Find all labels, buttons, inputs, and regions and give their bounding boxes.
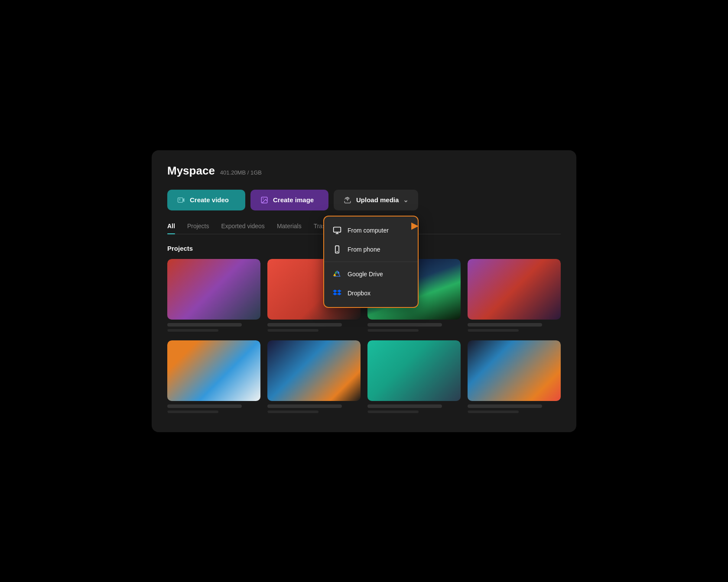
card-meta [468,320,561,333]
app-title: Myspace [167,164,215,178]
video-icon [177,196,185,204]
card-meta [267,401,361,415]
create-image-label: Create image [273,196,314,204]
dropdown-item-from-phone[interactable]: From phone [324,240,418,259]
image-icon [260,196,269,204]
dropdown-item-from-computer[interactable]: From computer [324,221,418,240]
project-thumbnail [468,259,561,320]
card-meta [267,320,361,333]
google-drive-label: Google Drive [348,271,383,278]
card-subtitle-bar [167,411,218,413]
dropbox-icon [333,289,341,297]
card-subtitle-bar [167,329,218,332]
chevron-down-icon: ⌄ [403,196,409,204]
computer-icon [333,226,341,235]
phone-icon [333,245,341,254]
project-thumbnail [367,340,461,401]
google-drive-icon [333,270,341,278]
card-meta [167,320,260,333]
create-video-button[interactable]: Create video [167,190,245,210]
project-card[interactable] [167,340,260,415]
header: Myspace 401.20MB / 1GB [167,164,561,178]
card-meta [367,401,461,415]
upload-dropdown: ▶ From computer [323,216,419,308]
card-meta [167,401,260,415]
card-meta [367,320,461,333]
svg-rect-8 [334,227,341,232]
card-title-bar [468,404,542,408]
dropdown-item-dropbox[interactable]: Dropbox [324,284,418,303]
card-subtitle-bar [367,329,419,332]
tab-exported-videos[interactable]: Exported videos [221,223,264,234]
card-subtitle-bar [468,411,519,413]
card-title-bar [267,323,342,327]
tab-materials[interactable]: Materials [277,223,302,234]
card-title-bar [267,404,342,408]
project-thumbnail [167,259,260,320]
from-phone-label: From phone [348,246,380,253]
upload-media-label: Upload media [356,196,399,204]
dropbox-label: Dropbox [348,290,370,297]
from-computer-label: From computer [348,227,389,234]
create-video-label: Create video [190,196,229,204]
tab-all[interactable]: All [167,223,175,234]
card-subtitle-bar [468,329,519,332]
create-image-button[interactable]: Create image [250,190,328,210]
dropdown-item-google-drive[interactable]: Google Drive [324,265,418,284]
project-card[interactable] [267,340,361,415]
svg-rect-2 [179,199,181,199]
card-subtitle-bar [367,411,419,413]
dropdown-arrow-icon: ▶ [411,220,419,231]
tab-projects[interactable]: Projects [187,223,209,234]
card-title-bar [167,404,242,408]
svg-rect-3 [179,200,181,200]
card-title-bar [167,323,242,327]
card-title-bar [468,323,542,327]
card-title-bar [367,323,442,327]
dropdown-divider [324,262,418,262]
project-thumbnail [167,340,260,401]
card-title-bar [367,404,442,408]
card-meta [468,401,561,415]
project-card[interactable] [468,259,561,333]
project-thumbnail [468,340,561,401]
svg-point-5 [263,198,263,199]
upload-icon [343,196,352,204]
project-card[interactable] [167,259,260,333]
card-subtitle-bar [267,411,318,413]
project-card[interactable] [367,340,461,415]
app-container: Myspace 401.20MB / 1GB Create video [152,150,576,432]
project-card[interactable] [468,340,561,415]
upload-media-button[interactable]: Upload media ⌄ [334,190,418,210]
card-subtitle-bar [267,329,318,332]
project-thumbnail [267,340,361,401]
storage-info: 401.20MB / 1GB [220,169,262,176]
action-buttons: Create video Create image [167,190,561,210]
